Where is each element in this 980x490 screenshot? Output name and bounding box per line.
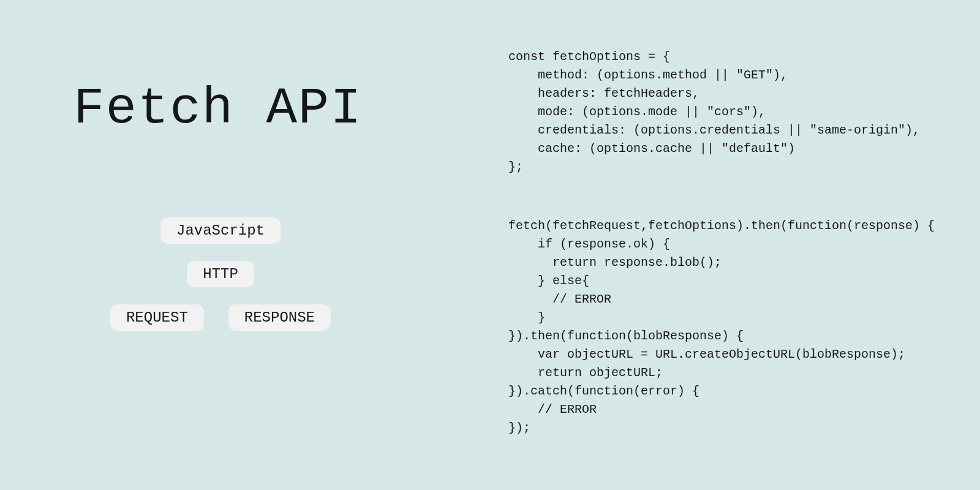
tag-http: HTTP xyxy=(187,261,254,287)
code-gap xyxy=(508,176,956,217)
tags-container: JavaScript HTTP REQUEST RESPONSE xyxy=(74,217,368,331)
tag-request: REQUEST xyxy=(110,304,204,331)
page-title: Fetch API xyxy=(74,80,490,138)
left-panel: Fetch API JavaScript HTTP REQUEST RESPON… xyxy=(0,0,490,490)
tag-response: RESPONSE xyxy=(228,304,331,331)
tag-row-3: REQUEST RESPONSE xyxy=(74,304,368,331)
right-panel: const fetchOptions = { method: (options.… xyxy=(490,0,980,490)
code-block-options: const fetchOptions = { method: (options.… xyxy=(508,48,956,176)
tag-javascript: JavaScript xyxy=(160,217,281,244)
tag-row-1: JavaScript xyxy=(74,217,368,244)
code-block-fetch: fetch(fetchRequest,fetchOptions).then(fu… xyxy=(508,217,956,437)
tag-row-2: HTTP xyxy=(74,261,368,287)
